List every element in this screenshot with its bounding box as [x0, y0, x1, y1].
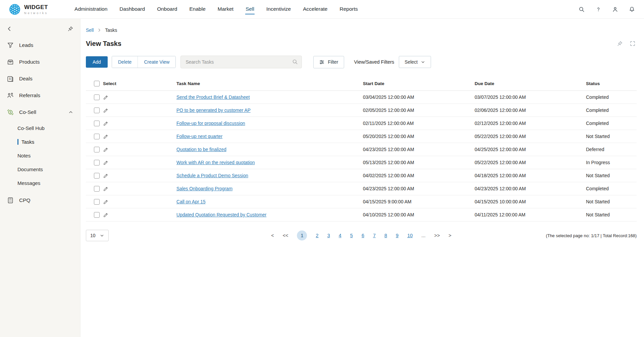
task-name-link[interactable]: Work with AR on the revised quotation — [176, 160, 255, 165]
first-page-button[interactable]: << — [283, 233, 288, 238]
nav-market[interactable]: Market — [217, 4, 234, 14]
status-text: Completed — [586, 186, 637, 191]
edit-icon[interactable] — [103, 173, 109, 179]
sidebar-item-products[interactable]: Products — [0, 54, 80, 70]
task-row: Sales Onboarding Program 04/23/2025 12:0… — [86, 182, 637, 195]
expand-icon[interactable] — [629, 40, 637, 48]
breadcrumb-sell-link[interactable]: Sell — [86, 27, 94, 33]
row-checkbox[interactable] — [94, 121, 100, 126]
nav-reports[interactable]: Reports — [339, 4, 358, 14]
user-icon[interactable] — [612, 6, 619, 13]
task-row: Updated Quotation Requested by Customer … — [86, 208, 637, 221]
breadcrumb: Sell Tasks — [86, 25, 637, 33]
sidebar-item-tasks[interactable]: Tasks — [0, 135, 80, 149]
toolbar: Add Delete Create View Filter View/Saved… — [86, 56, 637, 68]
edit-icon[interactable] — [103, 134, 109, 139]
nav-incentivize[interactable]: Incentivize — [266, 4, 291, 14]
page-button-4[interactable]: 4 — [339, 233, 341, 238]
task-name-link[interactable]: PO to be generated by customer AP — [176, 108, 251, 113]
page-button-10[interactable]: 10 — [407, 233, 413, 238]
page-size-select[interactable]: 10 — [86, 230, 109, 241]
task-row: Follow-up for proposal discussion 02/11/… — [86, 117, 637, 130]
row-checkbox[interactable] — [94, 199, 100, 205]
task-name-link[interactable]: Call on Apr 15 — [176, 199, 206, 204]
row-checkbox[interactable] — [94, 186, 100, 192]
task-row: Work with AR on the revised quotation 05… — [86, 156, 637, 169]
sidebar-item-referrals[interactable]: Referrals — [0, 87, 80, 104]
help-icon[interactable] — [595, 6, 602, 13]
page-button-5[interactable]: 5 — [350, 233, 353, 238]
nav-accelerate[interactable]: Accelerate — [303, 4, 328, 14]
page-button-1[interactable]: 1 — [297, 230, 307, 241]
search-icon[interactable] — [578, 6, 585, 13]
sidebar-item-label: Deals — [19, 76, 33, 82]
notifications-bell-icon[interactable] — [629, 6, 635, 13]
sidebar-item-notes[interactable]: Notes — [0, 149, 80, 162]
chevron-down-icon — [421, 60, 425, 64]
filter-button[interactable]: Filter — [313, 56, 344, 68]
page-button-3[interactable]: 3 — [327, 233, 330, 238]
tasks-table: Select Task Name Start Date Due Date Sta… — [86, 77, 637, 221]
row-checkbox[interactable] — [94, 173, 100, 179]
task-name-link[interactable]: Schedule a Product Demo Session — [176, 173, 248, 178]
chevron-up-icon[interactable] — [68, 110, 73, 115]
page-button-6[interactable]: 6 — [362, 233, 364, 238]
search-tasks-input[interactable] — [180, 56, 302, 68]
nav-sell[interactable]: Sell — [245, 4, 255, 14]
nav-administration[interactable]: Administration — [74, 4, 108, 14]
task-name-link[interactable]: Updated Quotation Requested by Customer — [176, 212, 266, 217]
prev-page-button[interactable]: < — [271, 233, 274, 238]
edit-icon[interactable] — [103, 199, 109, 205]
edit-icon[interactable] — [103, 121, 109, 126]
row-checkbox[interactable] — [94, 147, 100, 152]
delete-button[interactable]: Delete — [112, 56, 138, 68]
page-button-7[interactable]: 7 — [373, 233, 376, 238]
task-name-link[interactable]: Sales Onboarding Program — [176, 186, 232, 191]
task-name-link[interactable]: Follow-up for proposal discussion — [176, 121, 245, 126]
start-date: 04/23/2025 12:00:00 AM — [363, 186, 475, 191]
start-date: 05/13/2025 12:00:00 AM — [363, 160, 475, 165]
task-name-link[interactable]: Follow-up next quarter — [176, 134, 222, 139]
brand-text: WIDGET Networks — [24, 4, 48, 15]
saved-filters-select[interactable]: Select — [399, 56, 431, 68]
edit-icon[interactable] — [103, 147, 109, 152]
row-checkbox[interactable] — [94, 160, 100, 165]
task-name-link[interactable]: Send the Product Brief & Datasheet — [176, 95, 250, 100]
create-view-button[interactable]: Create View — [138, 56, 175, 68]
sidebar-item-cpq[interactable]: CPQ — [0, 192, 80, 209]
sidebar-item-cosell[interactable]: $ Co-Sell — [0, 104, 80, 121]
nav-dashboard[interactable]: Dashboard — [119, 4, 145, 14]
page-button-9[interactable]: 9 — [396, 233, 398, 238]
edit-icon[interactable] — [103, 160, 109, 165]
last-page-button[interactable]: >> — [434, 233, 440, 238]
due-date: 02/06/2025 12:00:00 AM — [475, 108, 586, 113]
edit-icon[interactable] — [103, 212, 109, 218]
row-checkbox[interactable] — [94, 134, 100, 139]
sidebar-item-documents[interactable]: Documents — [0, 162, 80, 176]
task-name-link[interactable]: Quotation to be finalized — [176, 147, 226, 152]
add-button[interactable]: Add — [86, 56, 108, 68]
select-all-checkbox[interactable] — [94, 81, 100, 86]
page-button-8[interactable]: 8 — [384, 233, 387, 238]
row-checkbox[interactable] — [94, 94, 100, 100]
nav-onboard[interactable]: Onboard — [157, 4, 177, 14]
edit-icon[interactable] — [103, 186, 109, 192]
nav-enable[interactable]: Enable — [189, 4, 206, 14]
page-button-2[interactable]: 2 — [316, 233, 319, 238]
row-checkbox[interactable] — [94, 108, 100, 113]
edit-icon[interactable] — [103, 108, 109, 113]
task-row: Schedule a Product Demo Session 04/02/20… — [86, 169, 637, 182]
back-arrow-icon[interactable] — [6, 25, 13, 32]
sidebar-item-leads[interactable]: Leads — [0, 37, 80, 54]
pin-icon[interactable] — [67, 26, 73, 32]
sidebar-item-cosell-hub[interactable]: Co-Sell Hub — [0, 121, 80, 135]
edit-icon[interactable] — [103, 94, 109, 100]
sidebar-item-messages[interactable]: Messages — [0, 176, 80, 190]
pin-view-icon[interactable] — [616, 40, 624, 48]
row-checkbox[interactable] — [94, 212, 100, 218]
top-bar: WIDGET Networks Administration Dashboard… — [0, 0, 644, 19]
next-page-button[interactable]: > — [448, 233, 451, 238]
search-input-icon[interactable] — [292, 59, 298, 65]
sidebar-item-deals[interactable]: $ Deals — [0, 70, 80, 87]
main-content: Sell Tasks View Tasks Add Delete Create … — [80, 19, 644, 337]
